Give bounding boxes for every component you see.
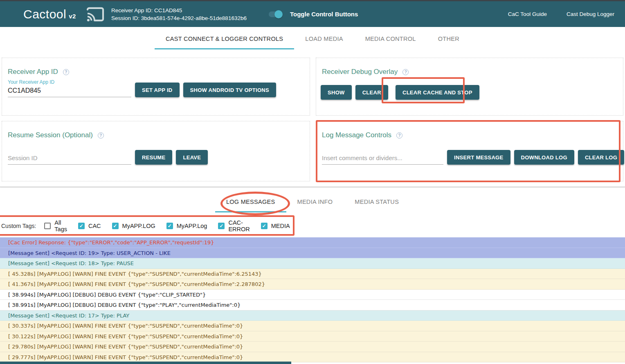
toggle-knob	[274, 10, 283, 18]
log-row-warn: [ 29.780s] [MyAPP.LOG] [WARN] FINE EVENT…	[0, 342, 625, 352]
tag-label: CAC-ERROR	[228, 219, 250, 232]
section-divider	[0, 187, 625, 187]
tag-label: MyAPP.Log	[177, 223, 207, 229]
tag-label: CAC	[88, 223, 101, 229]
app-title: Cactool v2	[23, 7, 76, 21]
panel-receiver-app-id: Receiver App ID ? Your Receiver App ID S…	[2, 58, 310, 116]
log-row-debug: [ 38.994s] [MyAPP.LOG] [DEBUG] DEBUG EVE…	[0, 290, 625, 300]
help-icon[interactable]: ?	[98, 132, 104, 138]
link-cast-debug-logger[interactable]: Cast Debug Logger	[567, 11, 614, 17]
tag-filter-all-tags[interactable]: All Tags	[44, 219, 67, 232]
log-tab-bar: LOG MESSAGESMEDIA INFOMEDIA STATUS	[0, 192, 625, 212]
session-id-input[interactable]	[8, 153, 131, 165]
receiver-app-id-input-label: Your Receiver App ID	[8, 79, 131, 85]
cactool-app: Cactool v2 Receiver App ID: CC1AD845 Ses…	[0, 0, 625, 364]
log-row-warn: [ 45.328s] [MyAPP.LOG] [WARN] FINE EVENT…	[0, 269, 625, 279]
tag-label: MEDIA	[271, 223, 290, 229]
log-row-error: [Cac Error] Response: {"type":"ERROR","c…	[0, 237, 625, 248]
session-id-text: Session ID: 3bdea581-574e-4292-a8be-51de…	[111, 14, 247, 22]
panel-title: Receiver Debug Overlay	[322, 68, 398, 76]
checkbox-checked-icon[interactable]: ✓	[166, 223, 173, 229]
clear-button[interactable]: CLEAR	[355, 85, 388, 100]
help-icon[interactable]: ?	[396, 132, 402, 138]
resume-button[interactable]: RESUME	[135, 150, 172, 165]
toggle-label: Toggle Control Buttons	[290, 11, 358, 18]
panel-title-row: Resume Session (Optional) ?	[8, 131, 304, 139]
log-message-list: [Cac Error] Response: {"type":"ERROR","c…	[0, 237, 625, 362]
panel-title-row: Receiver App ID ?	[8, 68, 304, 76]
show-button[interactable]: SHOW	[321, 85, 352, 100]
clear-cache-and-stop-button[interactable]: CLEAR CACHE AND STOP	[396, 85, 479, 100]
log-row-warn: [ 41.367s] [MyAPP.LOG] [WARN] FINE EVENT…	[0, 279, 625, 290]
tag-filter-myapp-log[interactable]: ✓MyAPP.Log	[166, 223, 207, 229]
tag-filter-cac[interactable]: ✓CAC	[78, 223, 101, 229]
app-header: Cactool v2 Receiver App ID: CC1AD845 Ses…	[0, 1, 625, 27]
link-cac-tool-guide[interactable]: CaC Tool Guide	[508, 11, 547, 17]
panel-resume-session: Resume Session (Optional) ? RESUMELEAVE	[2, 121, 310, 181]
log-row-debug: [ 38.991s] [MyAPP.LOG] [DEBUG] DEBUG EVE…	[0, 300, 625, 310]
tag-filter-media[interactable]: ✓MEDIA	[261, 223, 290, 229]
insert-message-button[interactable]: INSERT MESSAGE	[447, 150, 510, 165]
log-row-warn: [ 29.777s] [MyAPP.LOG] [WARN] FINE EVENT…	[0, 352, 625, 363]
tag-label: All Tags	[54, 219, 67, 232]
panel-title-row: Receiver Debug Overlay ?	[322, 68, 617, 76]
tag-label: MyAPP.LOG	[122, 223, 155, 229]
checkbox-unchecked-icon[interactable]	[44, 223, 51, 229]
log-row-sent-secondary: [Message Sent] <Request ID: 17> Type: PL…	[0, 310, 625, 321]
checkbox-checked-icon[interactable]: ✓	[261, 223, 268, 229]
checkbox-checked-icon[interactable]: ✓	[112, 223, 119, 229]
tab-other[interactable]: OTHER	[427, 29, 470, 49]
log-row-warn: [ 30.122s] [MyAPP.LOG] [WARN] FINE EVENT…	[0, 331, 625, 342]
panel-title: Resume Session (Optional)	[8, 131, 93, 139]
tab-media-control[interactable]: MEDIA CONTROL	[354, 29, 427, 49]
tab-media-status[interactable]: MEDIA STATUS	[344, 192, 410, 212]
receiver-app-id-input[interactable]	[8, 86, 131, 97]
bottom-teal-bar	[0, 362, 291, 364]
panel-title: Log Message Controls	[322, 131, 391, 139]
panel-title: Receiver App ID	[8, 68, 58, 76]
cast-icon	[86, 7, 105, 22]
custom-tags-label: Custom Tags:	[1, 223, 36, 229]
receiver-app-id-text: Receiver App ID: CC1AD845	[111, 7, 247, 14]
checkbox-checked-icon[interactable]: ✓	[218, 223, 225, 229]
help-icon[interactable]: ?	[402, 69, 409, 75]
window-top-strip	[0, 0, 625, 1]
checkbox-checked-icon[interactable]: ✓	[78, 223, 85, 229]
show-android-tv-options-button[interactable]: SHOW ANDROID TV OPTIONS	[183, 83, 276, 97]
log-row-warn: [ 30.337s] [MyAPP.LOG] [WARN] FINE EVENT…	[0, 321, 625, 331]
help-icon[interactable]: ?	[63, 69, 69, 75]
control-buttons-toggle[interactable]	[269, 10, 283, 18]
tab-media-info[interactable]: MEDIA INFO	[286, 192, 344, 212]
leave-button[interactable]: LEAVE	[176, 150, 208, 165]
tab-log-messages[interactable]: LOG MESSAGES	[215, 192, 286, 212]
log-row-sent-primary: [Message Sent] <Request ID: 19> Type: US…	[0, 248, 625, 259]
tab-load-media[interactable]: LOAD MEDIA	[294, 29, 354, 49]
panel-receiver-debug-overlay: Receiver Debug Overlay ? SHOWCLEARCLEAR …	[316, 58, 623, 116]
panel-log-message-controls: Log Message Controls ? INSERT MESSAGEDOW…	[316, 121, 623, 181]
download-log-button[interactable]: DOWNLOAD LOG	[514, 150, 574, 165]
clear-log-button[interactable]: CLEAR LOG	[578, 150, 624, 165]
log-comment-input[interactable]	[322, 153, 443, 165]
cast-session-info: Receiver App ID: CC1AD845 Session ID: 3b…	[111, 7, 247, 22]
log-row-sent-secondary: [Message Sent] <Request ID: 18> Type: PA…	[0, 258, 625, 269]
app-title-text: Cactool	[23, 7, 66, 21]
app-version: v2	[69, 13, 76, 20]
tag-filter-cac-error[interactable]: ✓CAC-ERROR	[218, 219, 250, 232]
set-app-id-button[interactable]: SET APP ID	[135, 83, 180, 97]
panel-title-row: Log Message Controls ?	[322, 131, 617, 139]
main-tab-bar: CAST CONNECT & LOGGER CONTROLSLOAD MEDIA…	[0, 29, 625, 49]
custom-tags-row: Custom Tags: All Tags✓CAC✓MyAPP.LOG✓MyAP…	[0, 216, 299, 236]
tag-filter-myapp-log[interactable]: ✓MyAPP.LOG	[112, 223, 155, 229]
tab-cast-connect-logger-controls[interactable]: CAST CONNECT & LOGGER CONTROLS	[155, 29, 294, 49]
